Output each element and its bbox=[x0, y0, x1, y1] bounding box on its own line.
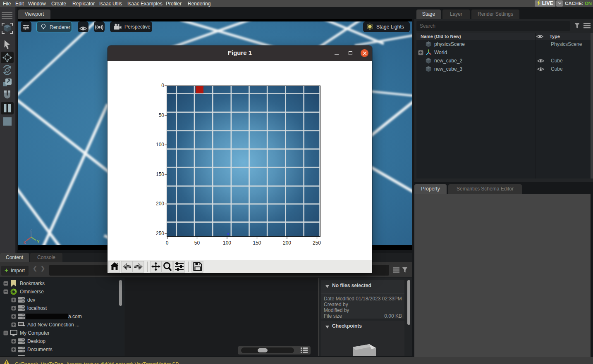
svg-text:Y: Y bbox=[37, 240, 40, 244]
svg-text:Z: Z bbox=[30, 228, 32, 232]
svg-text:X: X bbox=[23, 240, 26, 245]
